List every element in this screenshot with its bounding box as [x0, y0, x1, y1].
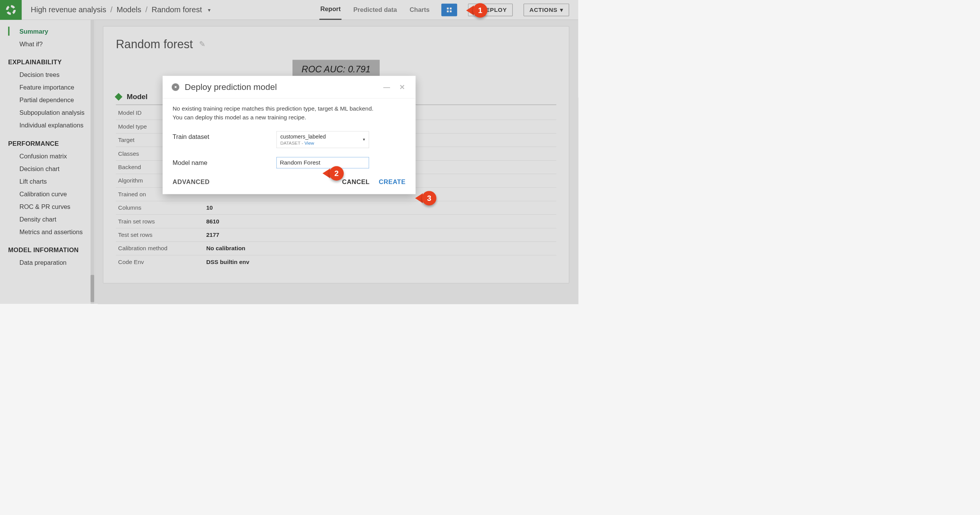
modal-footer: ADVANCED CANCEL CREATE — [163, 170, 416, 194]
minimize-icon[interactable]: — — [382, 83, 392, 91]
train-rows-label: Train set rows — [116, 218, 206, 225]
app-logo[interactable] — [0, 0, 22, 20]
breadcrumb: High revenue analysis / Models / Random … — [22, 0, 211, 20]
breadcrumb-2[interactable]: Models — [116, 5, 141, 14]
sidebar-item-lift-charts[interactable]: Lift charts — [0, 175, 95, 188]
tag-icon: ✦ — [170, 81, 181, 92]
modal-body: No existing training recipe matches this… — [163, 98, 416, 170]
columns-value: 10 — [206, 204, 213, 211]
chevron-down-icon[interactable]: ▾ — [208, 7, 211, 13]
svg-rect-1 — [447, 7, 449, 9]
section-model-label: Model — [127, 93, 148, 101]
diamond-icon — [115, 93, 122, 101]
train-rows-value: 8610 — [206, 218, 219, 225]
sidebar-item-summary[interactable]: Summary — [0, 25, 95, 38]
sidebar-item-decision-chart[interactable]: Decision chart — [0, 163, 95, 175]
actions-button[interactable]: ACTIONS ▾ — [524, 3, 569, 16]
sidebar-item-feature-importance[interactable]: Feature importance — [0, 81, 95, 94]
sidebar-item-data-preparation[interactable]: Data preparation — [0, 256, 95, 269]
modal-msg-2: You can deploy this model as a new train… — [173, 113, 406, 122]
sidebar-item-whatif[interactable]: What if? — [0, 38, 95, 51]
test-rows-value: 2177 — [206, 231, 219, 238]
train-dataset-label: Train dataset — [173, 131, 276, 141]
sidebar-item-partial-dependence[interactable]: Partial dependence — [0, 94, 95, 106]
sidebar-item-confusion-matrix[interactable]: Confusion matrix — [0, 150, 95, 163]
create-button[interactable]: CREATE — [379, 178, 405, 186]
sidebar-section-explainability: EXPLAINABILITY — [0, 51, 95, 68]
modal-msg-1: No existing training recipe matches this… — [173, 104, 406, 113]
callout-1-number: 1 — [473, 3, 487, 18]
scrollbar-track — [91, 20, 94, 304]
svg-rect-3 — [447, 10, 449, 12]
breadcrumb-sep: / — [145, 5, 148, 14]
modal-header: ✦ Deploy prediction model — ✕ — [163, 76, 416, 98]
sidebar-item-calibration-curve[interactable]: Calibration curve — [0, 188, 95, 200]
train-dataset-type: DATASET — [280, 140, 300, 145]
train-dataset-select[interactable]: customers_labeled DATASET - View ▾ — [276, 131, 369, 148]
train-dataset-value: customers_labeled — [280, 134, 365, 140]
tab-charts[interactable]: Charts — [409, 0, 431, 20]
svg-rect-4 — [450, 10, 452, 12]
chevron-down-icon: ▾ — [560, 7, 563, 13]
chevron-down-icon: ▾ — [363, 137, 365, 142]
cancel-button[interactable]: CANCEL — [342, 178, 369, 186]
sidebar-item-density-chart[interactable]: Density chart — [0, 213, 95, 226]
actions-label: ACTIONS — [529, 7, 557, 13]
modal-title: Deploy prediction model — [185, 82, 277, 92]
breadcrumb-3[interactable]: Random forest — [152, 5, 202, 14]
edit-icon[interactable]: ✎ — [199, 39, 206, 49]
code-env-value: DSS builtin env — [206, 259, 250, 266]
sidebar: Summary What if? EXPLAINABILITY Decision… — [0, 20, 95, 304]
breadcrumb-sep: / — [110, 5, 113, 14]
svg-rect-2 — [450, 7, 452, 9]
callout-3-number: 3 — [422, 191, 436, 205]
deploy-modal: ✦ Deploy prediction model — ✕ No existin… — [163, 76, 416, 194]
top-tabs: Report Predicted data Charts ▶ DEPLOY AC… — [319, 0, 578, 20]
model-name-label: Model name — [173, 157, 276, 166]
sidebar-item-subpopulation[interactable]: Subpopulation analysis — [0, 106, 95, 119]
callout-2-number: 2 — [329, 166, 344, 181]
advanced-button[interactable]: ADVANCED — [173, 178, 210, 186]
calibration-label: Calibration method — [116, 245, 206, 252]
sidebar-section-model-info: MODEL INFORMATION — [0, 238, 95, 256]
sidebar-item-decision-trees[interactable]: Decision trees — [0, 68, 95, 81]
callout-3: 3 — [415, 191, 436, 205]
sidebar-item-metrics-assertions[interactable]: Metrics and assertions — [0, 226, 95, 238]
dashboard-icon — [446, 7, 452, 13]
tab-report[interactable]: Report — [319, 0, 341, 20]
svg-point-0 — [7, 6, 15, 14]
sidebar-item-roc-pr[interactable]: ROC & PR curves — [0, 200, 95, 213]
callout-2: 2 — [323, 166, 344, 181]
topbar: High revenue analysis / Models / Random … — [0, 0, 578, 20]
test-rows-label: Test set rows — [116, 231, 206, 238]
callout-1: 1 — [466, 3, 487, 18]
dashboard-icon-button[interactable] — [441, 3, 457, 16]
columns-label: Columns — [116, 204, 206, 211]
train-dataset-view-link[interactable]: View — [304, 140, 314, 145]
breadcrumb-1[interactable]: High revenue analysis — [31, 5, 106, 14]
close-icon[interactable]: ✕ — [397, 83, 407, 91]
page-title: Random forest — [116, 37, 193, 51]
tab-predicted-data[interactable]: Predicted data — [353, 0, 398, 20]
calibration-value: No calibration — [206, 245, 245, 252]
active-indicator — [8, 27, 10, 36]
sidebar-item-individual-explanations[interactable]: Individual explanations — [0, 119, 95, 132]
sidebar-section-performance: PERFORMANCE — [0, 132, 95, 150]
scrollbar-thumb[interactable] — [91, 275, 94, 302]
code-env-label: Code Env — [116, 259, 206, 266]
